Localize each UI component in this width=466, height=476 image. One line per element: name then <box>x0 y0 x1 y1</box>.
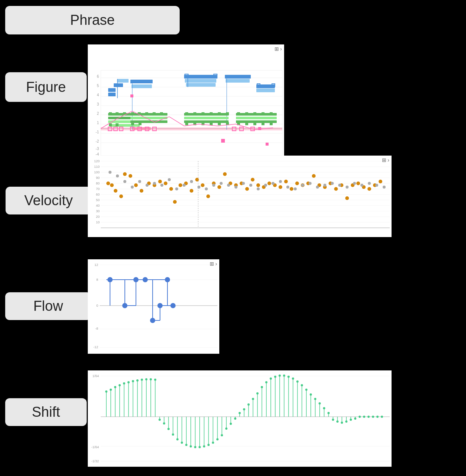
flow-expand-icon[interactable]: ⊞ <box>210 261 214 267</box>
velocity-label: Velocity <box>6 187 91 214</box>
svg-point-326 <box>256 392 259 395</box>
svg-point-144 <box>179 183 182 187</box>
figure-next-icon[interactable]: › <box>280 46 282 52</box>
svg-point-132 <box>114 189 117 193</box>
svg-point-266 <box>123 382 125 385</box>
svg-point-322 <box>247 403 250 406</box>
svg-point-292 <box>181 442 183 444</box>
svg-rect-53 <box>153 112 156 115</box>
svg-point-342 <box>292 377 294 380</box>
svg-point-370 <box>354 417 356 420</box>
svg-point-209 <box>316 186 319 189</box>
svg-text:-1/32: -1/32 <box>91 459 99 463</box>
svg-point-358 <box>327 412 330 414</box>
svg-point-346 <box>301 384 303 386</box>
svg-point-312 <box>225 427 227 430</box>
svg-text:120: 120 <box>94 159 100 163</box>
svg-rect-22 <box>108 88 116 92</box>
svg-rect-49 <box>130 120 167 123</box>
velocity-next-icon[interactable]: › <box>387 157 389 163</box>
svg-rect-52 <box>145 112 148 115</box>
svg-rect-90 <box>237 112 240 115</box>
svg-rect-84 <box>210 122 213 125</box>
svg-rect-58 <box>185 79 216 83</box>
svg-point-304 <box>207 444 210 446</box>
svg-point-137 <box>140 189 143 193</box>
svg-rect-88 <box>236 117 277 119</box>
svg-text:-1/64: -1/64 <box>91 445 99 449</box>
shift-label: Shift <box>5 398 87 426</box>
svg-rect-54 <box>160 112 163 115</box>
svg-point-284 <box>163 422 165 425</box>
svg-point-175 <box>220 182 223 185</box>
svg-text:-3: -3 <box>96 147 99 151</box>
svg-rect-39 <box>132 84 152 88</box>
svg-point-194 <box>367 187 371 191</box>
svg-text:50: 50 <box>96 198 100 202</box>
svg-point-316 <box>234 417 236 420</box>
phrase-label: Phrase <box>70 12 114 28</box>
svg-point-360 <box>332 419 334 421</box>
svg-point-270 <box>132 380 134 382</box>
velocity-chart-toolbar[interactable]: ⊞ › <box>382 157 389 163</box>
svg-point-340 <box>287 376 290 378</box>
svg-point-318 <box>239 412 241 414</box>
svg-point-290 <box>176 438 179 440</box>
shift-chart-inner: 1/64 -1/64 -1/32 <box>88 370 392 467</box>
figure-chart-toolbar[interactable]: ⊞ › <box>274 46 282 52</box>
svg-point-332 <box>270 377 272 380</box>
figure-expand-icon[interactable]: ⊞ <box>274 46 279 52</box>
svg-point-211 <box>331 182 334 185</box>
svg-point-213 <box>346 186 349 189</box>
svg-text:4: 4 <box>97 93 99 97</box>
svg-point-170 <box>183 184 186 187</box>
svg-text:2: 2 <box>97 111 99 116</box>
svg-point-131 <box>110 183 114 187</box>
flow-next-icon[interactable]: › <box>215 261 217 267</box>
flow-chart-inner: ⊞ › 12 8 0 -8 -12 <box>88 259 219 354</box>
svg-point-176 <box>267 182 271 185</box>
svg-point-362 <box>336 420 339 423</box>
svg-text:-12: -12 <box>93 345 98 349</box>
svg-text:8: 8 <box>96 278 98 282</box>
svg-point-148 <box>201 183 204 187</box>
velocity-expand-icon[interactable]: ⊞ <box>382 157 386 163</box>
svg-point-171 <box>190 180 193 183</box>
svg-point-308 <box>216 438 219 440</box>
svg-point-338 <box>283 375 285 377</box>
svg-point-169 <box>175 187 178 190</box>
svg-point-146 <box>190 189 193 193</box>
svg-point-218 <box>383 186 386 189</box>
svg-rect-78 <box>210 112 213 115</box>
svg-point-206 <box>294 187 297 190</box>
svg-point-184 <box>312 174 316 178</box>
svg-point-282 <box>159 419 161 421</box>
svg-point-352 <box>314 398 316 400</box>
flow-chart-toolbar[interactable]: ⊞ › <box>210 261 217 267</box>
svg-point-378 <box>372 416 374 418</box>
svg-rect-71 <box>266 143 269 146</box>
svg-rect-21 <box>108 93 116 96</box>
svg-point-174 <box>212 184 215 187</box>
svg-point-161 <box>116 174 119 177</box>
svg-point-380 <box>376 416 379 418</box>
svg-point-274 <box>141 379 143 381</box>
svg-rect-92 <box>253 112 256 115</box>
svg-text:110: 110 <box>94 165 100 169</box>
svg-point-140 <box>158 180 162 183</box>
svg-point-302 <box>203 445 205 447</box>
figure-label-text: Figure <box>26 79 66 95</box>
svg-point-166 <box>153 182 156 185</box>
svg-text:30: 30 <box>96 209 100 213</box>
svg-point-163 <box>131 186 134 189</box>
svg-point-334 <box>274 376 276 378</box>
shift-label-text: Shift <box>32 404 60 420</box>
phrase-box: Phrase <box>5 6 180 34</box>
figure-chart-inner: ⊞ › 6 5 4 3 2 1 -1 -2 -3 -4 <box>88 44 284 159</box>
velocity-chart: ⊞ › 120 110 100 90 80 70 60 50 40 30 20 … <box>88 156 392 237</box>
svg-point-203 <box>272 182 274 185</box>
svg-point-354 <box>319 402 321 405</box>
svg-rect-50 <box>131 112 134 115</box>
svg-rect-76 <box>193 112 196 115</box>
svg-rect-99 <box>270 122 273 125</box>
